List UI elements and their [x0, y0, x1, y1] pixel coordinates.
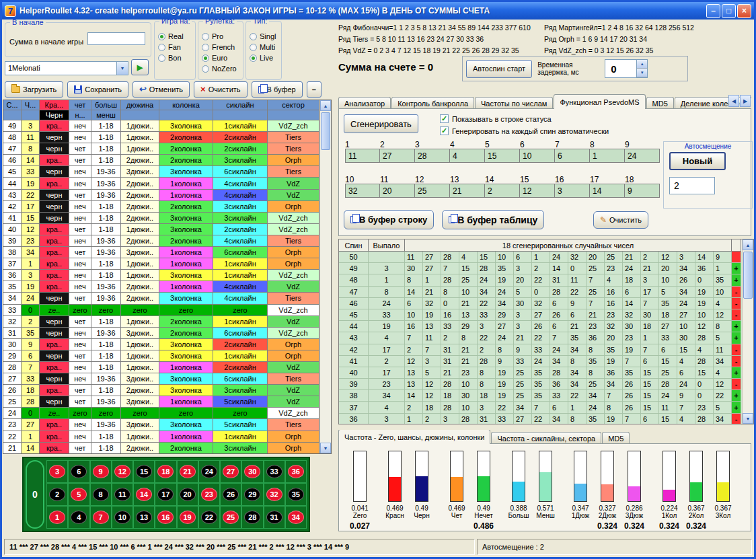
board-cell[interactable]: 10 — [112, 506, 133, 529]
autoshift-input[interactable] — [669, 177, 715, 194]
start-sum-input[interactable] — [87, 32, 145, 45]
board-cell[interactable]: 35 — [285, 483, 307, 506]
tab-scroll-left-icon[interactable]: ◀ — [728, 95, 739, 107]
board-cell[interactable]: 14 — [133, 483, 155, 506]
radio-Pro[interactable]: Pro — [202, 32, 241, 40]
grid-row-2: 322025212123149 — [345, 184, 660, 198]
board-cell[interactable]: 7 — [90, 506, 112, 529]
scroll-down-icon[interactable]: ▼ — [320, 443, 331, 453]
scroll-up-icon[interactable]: ▲ — [320, 100, 331, 111]
new-button[interactable]: Новый — [669, 152, 726, 170]
generated-number-cell: 6 — [555, 149, 590, 163]
collapse-button[interactable]: – — [307, 81, 322, 98]
board-cell[interactable]: 19 — [177, 506, 198, 529]
radio-Real[interactable]: Real — [158, 32, 194, 40]
board-cell[interactable]: 5 — [68, 483, 89, 506]
board-cell[interactable]: 13 — [133, 506, 155, 529]
radio-French[interactable]: French — [202, 43, 241, 51]
board-cell[interactable]: 6 — [68, 460, 89, 483]
board-cell[interactable]: 17 — [155, 483, 176, 506]
board-cell[interactable]: 25 — [220, 506, 241, 529]
board-cell[interactable]: 30 — [241, 460, 263, 483]
freq-tab[interactable]: MD5 — [602, 432, 630, 444]
board-cell[interactable]: 20 — [177, 483, 198, 506]
board-cell[interactable]: 27 — [220, 460, 241, 483]
scrollbar-thumb[interactable] — [743, 252, 753, 299]
scroll-down-icon[interactable]: ▼ — [743, 413, 753, 424]
copy-table-button[interactable]: В буфер таблицу — [442, 210, 544, 229]
generated-number: 35 — [623, 367, 641, 379]
toolbar-undo-button[interactable]: ↩Отменить — [133, 81, 190, 98]
board-cell[interactable]: 16 — [155, 506, 176, 529]
radio-Bon[interactable]: Bon — [158, 54, 194, 62]
board-cell[interactable]: 34 — [285, 506, 307, 529]
minimize-button[interactable]: – — [706, 4, 720, 18]
radio-Multi[interactable]: Multi — [250, 43, 280, 51]
board-cell[interactable]: 23 — [198, 483, 220, 506]
board-cell[interactable]: 21 — [177, 460, 198, 483]
board-cell[interactable]: 1 — [46, 506, 68, 529]
close-button[interactable]: × — [737, 4, 751, 18]
board-cell[interactable]: 2 — [46, 483, 68, 506]
board-cell[interactable]: 29 — [241, 483, 263, 506]
autospin-start-button[interactable]: Автоспин старт — [466, 60, 532, 78]
chevron-down-icon[interactable]: ▼ — [116, 62, 128, 75]
board-zero[interactable]: 0 — [26, 460, 44, 529]
clear-generated-button[interactable]: ✎ Очистить — [593, 211, 648, 229]
radio-Singl[interactable]: Singl — [250, 32, 280, 40]
board-number-chip: 10 — [114, 511, 130, 524]
toolbar-save-button[interactable]: Сохранить — [67, 81, 128, 98]
board-cell[interactable]: 12 — [112, 460, 133, 483]
toolbar-clear-button[interactable]: ×Очистить — [194, 81, 247, 98]
radio-Euro[interactable]: Euro — [202, 54, 241, 62]
dozen-cell: 3дюжи.. — [121, 328, 159, 339]
board-cell[interactable]: 36 — [285, 460, 307, 483]
left-header-cell: дюжина — [121, 100, 159, 110]
main-tab[interactable]: Функционал PsevdoMS — [554, 94, 645, 109]
fell-cell: 17 — [369, 367, 405, 379]
board-cell[interactable]: 11 — [112, 483, 133, 506]
toolbar-copy-button[interactable]: В буфер — [252, 81, 303, 98]
board-cell[interactable]: 24 — [198, 460, 220, 483]
freq-tab[interactable]: Частота - сиклайны, сектора — [491, 432, 601, 444]
board-cell[interactable]: 3 — [46, 460, 68, 483]
main-tab[interactable]: Контроль банкролла — [391, 97, 474, 109]
generated-number: 34 — [568, 367, 587, 379]
board-cell[interactable]: 32 — [264, 483, 285, 506]
board-cell[interactable]: 8 — [90, 483, 112, 506]
autogenerate-checkbox[interactable]: ✓ Генерировать на каждый спин автоматиче… — [440, 126, 609, 135]
radio-Live[interactable]: Live — [250, 54, 280, 62]
main-tab[interactable]: Анализатор — [338, 97, 391, 109]
scroll-up-icon[interactable]: ▲ — [743, 239, 753, 250]
scrollbar-thumb[interactable] — [321, 112, 330, 150]
radio-NoZero[interactable]: NoZero — [202, 65, 241, 73]
status-line-checkbox[interactable]: ✓ Показывать в строке статуса — [440, 114, 552, 123]
generate-button[interactable]: Сгенерировать — [344, 114, 418, 133]
board-cell[interactable]: 18 — [155, 460, 176, 483]
main-tab[interactable]: MD5 — [646, 97, 674, 109]
spin-table-scrollbar[interactable]: ▲ ▼ — [742, 239, 753, 424]
board-cell[interactable]: 33 — [264, 460, 285, 483]
play-button[interactable]: ▶ — [131, 59, 149, 75]
board-cell[interactable]: 4 — [68, 506, 89, 529]
board-cell[interactable]: 15 — [133, 460, 155, 483]
copy-row-button[interactable]: В буфер строку — [344, 210, 434, 229]
board-cell[interactable]: 28 — [241, 506, 263, 529]
generated-number: 33 — [514, 356, 532, 367]
board-cell[interactable]: 26 — [220, 483, 241, 506]
board-cell[interactable]: 31 — [264, 506, 285, 529]
generated-number: 34 — [550, 414, 568, 424]
maximize-button[interactable]: □ — [722, 4, 736, 18]
toolbar-load-button[interactable]: Загрузить — [5, 81, 63, 98]
history-scrollbar[interactable]: ▲ ▼ — [319, 100, 331, 453]
main-tab[interactable]: Частоты по числам — [475, 97, 553, 109]
board-cell[interactable]: 22 — [198, 506, 220, 529]
tab-scroll-right-icon[interactable]: ▶ — [740, 95, 751, 107]
freq-tab[interactable]: Частота - Zero, шансы, дюжины, колонки — [338, 430, 490, 444]
spinner-up-icon[interactable]: ▲ — [637, 60, 647, 69]
preset-combobox[interactable]: 1Melonati ▼ — [5, 61, 128, 75]
spinner-down-icon[interactable]: ▼ — [637, 69, 647, 77]
radio-Fan[interactable]: Fan — [158, 43, 194, 51]
delay-value[interactable]: 0 — [605, 60, 636, 77]
board-cell[interactable]: 9 — [90, 460, 112, 483]
